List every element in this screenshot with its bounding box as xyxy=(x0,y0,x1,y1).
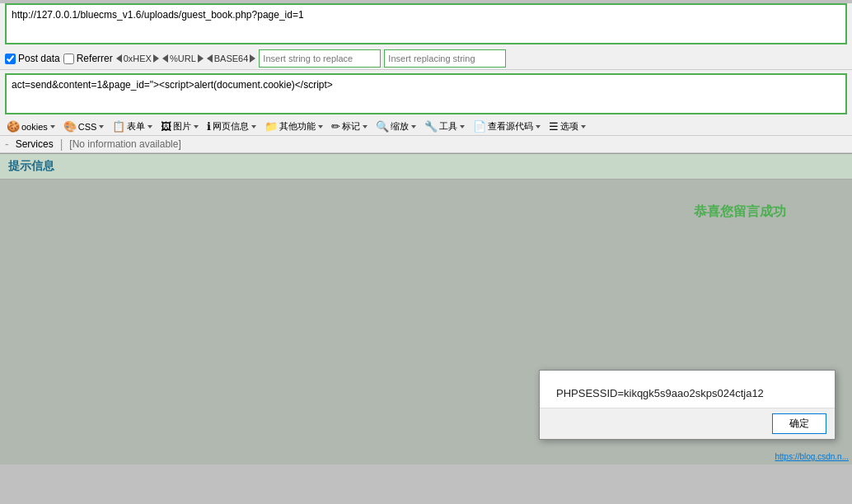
images-label: 图片 xyxy=(173,120,191,133)
referrer-checkbox-label[interactable]: Referrer xyxy=(63,53,113,64)
options-label: 选项 xyxy=(560,120,578,133)
url-bar[interactable]: http://127.0.0.1/bluecms_v1.6/uploads/gu… xyxy=(5,3,847,44)
insert-string-input[interactable] xyxy=(259,49,381,68)
other-arrow xyxy=(318,125,323,128)
view-source-menu[interactable]: 📄 查看源代码 xyxy=(470,119,544,133)
hex-button[interactable]: 0xHEX xyxy=(116,54,159,63)
tools-menu[interactable]: 🔧 工具 xyxy=(421,119,468,133)
post-data-label: Post data xyxy=(18,53,60,64)
success-text: 恭喜您留言成功 xyxy=(694,203,786,221)
base64-arrow-left xyxy=(207,54,213,63)
ok-button[interactable]: 确定 xyxy=(772,413,826,434)
mark-menu[interactable]: ✏ 标记 xyxy=(328,119,371,133)
view-source-arrow xyxy=(536,125,541,128)
services-separator: | xyxy=(60,138,63,151)
referrer-checkbox[interactable] xyxy=(63,54,74,64)
cookies-menu[interactable]: 🍪 ookies xyxy=(3,119,59,133)
form-menu[interactable]: 📋 表单 xyxy=(109,119,156,133)
other-label: 其他功能 xyxy=(279,120,316,133)
images-arrow xyxy=(194,125,199,128)
post-data-checkbox[interactable] xyxy=(5,54,16,64)
tishi-header: 提示信息 xyxy=(0,154,852,180)
services-row: - Services | [No information available] xyxy=(0,136,852,153)
zoom-icon: 🔍 xyxy=(376,120,389,133)
services-link[interactable]: Services xyxy=(16,138,54,150)
options-menu[interactable]: ☰ 选项 xyxy=(545,119,589,133)
base64-arrow-right xyxy=(250,54,255,63)
no-info-text: [No information available] xyxy=(69,138,180,150)
zoom-arrow xyxy=(411,125,416,128)
base64-label: BASE64 xyxy=(214,54,249,63)
zoom-menu[interactable]: 🔍 缩放 xyxy=(372,119,419,133)
view-source-icon: 📄 xyxy=(473,120,486,133)
other-icon: 📁 xyxy=(264,120,278,133)
options-arrow xyxy=(581,125,586,128)
watermark: https://blog.csdn.n... xyxy=(775,452,850,461)
hex-arrow-right xyxy=(153,54,159,63)
other-menu[interactable]: 📁 其他功能 xyxy=(261,119,326,133)
view-source-label: 查看源代码 xyxy=(488,120,533,133)
mark-arrow xyxy=(363,125,367,128)
mark-icon: ✏ xyxy=(331,120,340,133)
css-menu[interactable]: 🎨 CSS xyxy=(60,119,108,133)
form-arrow xyxy=(147,125,152,128)
form-label: 表单 xyxy=(127,120,145,133)
post-data-checkbox-label[interactable]: Post data xyxy=(5,53,60,64)
tools-icon: 🔧 xyxy=(424,120,438,133)
cookies-label: ookies xyxy=(21,122,48,132)
zoom-label: 缩放 xyxy=(391,120,409,133)
cookies-icon: 🍪 xyxy=(7,120,20,133)
post-toolbar: Post data Referrer 0xHEX %URL BASE64 xyxy=(0,48,852,70)
alert-content: PHPSESSID=kikqgk5s9aao2skps024ctja12 xyxy=(540,371,835,408)
post-data-area[interactable]: act=send&content=1&page_id="><script>ale… xyxy=(5,73,847,114)
form-icon: 📋 xyxy=(112,120,125,133)
main-content: 提示信息 恭喜您留言成功 PHPSESSID=kikqgk5s9aao2skps… xyxy=(0,154,852,464)
tools-arrow xyxy=(460,125,465,128)
css-label: CSS xyxy=(78,122,97,132)
images-icon: 🖼 xyxy=(161,120,171,133)
pageinfo-label: 网页信息 xyxy=(213,120,249,133)
pageinfo-arrow xyxy=(251,125,256,128)
url-arrow-left xyxy=(162,54,168,63)
url-label: %URL xyxy=(170,54,196,63)
css-icon: 🎨 xyxy=(63,120,77,133)
referrer-label: Referrer xyxy=(77,53,113,64)
base64-button[interactable]: BASE64 xyxy=(207,54,256,63)
pageinfo-icon: ℹ xyxy=(207,120,211,133)
alert-dialog: PHPSESSID=kikqgk5s9aao2skps024ctja12 确定 xyxy=(539,370,836,440)
services-separator-left: - xyxy=(5,138,9,151)
options-icon: ☰ xyxy=(549,120,559,133)
pageinfo-menu[interactable]: ℹ 网页信息 xyxy=(204,119,260,133)
insert-replacing-input[interactable] xyxy=(384,49,506,68)
hex-arrow-left xyxy=(116,54,122,63)
images-menu[interactable]: 🖼 图片 xyxy=(157,119,202,133)
url-arrow-right xyxy=(198,54,204,63)
browser-toolbar: 🍪 ookies 🎨 CSS 📋 表单 🖼 图片 ℹ 网页信息 📁 其他功能 xyxy=(0,118,852,136)
tools-label: 工具 xyxy=(439,120,457,133)
url-encode-button[interactable]: %URL xyxy=(162,54,204,63)
alert-footer: 确定 xyxy=(540,408,835,439)
cookies-arrow xyxy=(50,125,55,128)
hex-label: 0xHEX xyxy=(124,54,152,63)
css-arrow xyxy=(99,125,104,128)
mark-label: 标记 xyxy=(342,120,360,133)
